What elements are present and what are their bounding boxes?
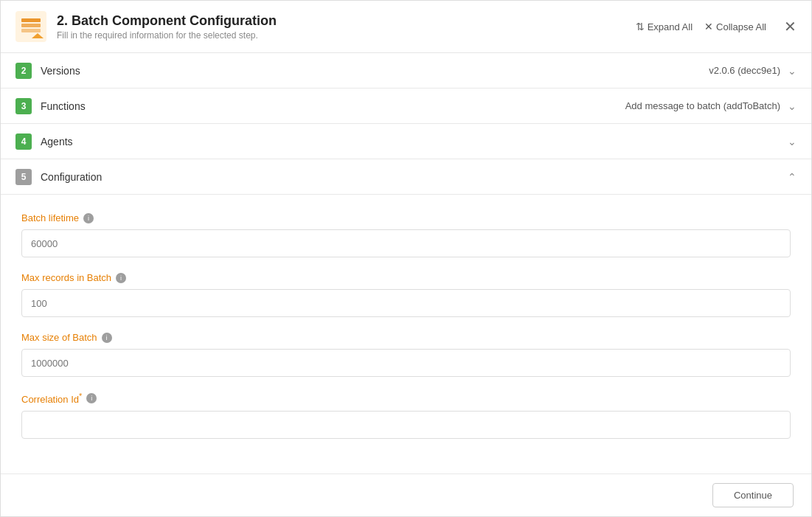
header-actions: ⇅ Expand All ✕ Collapse All ✕ xyxy=(636,19,797,34)
field-label-correlation-id: Correlation Id* i xyxy=(21,392,791,405)
modal-header: 2. Batch Component Configuration Fill in… xyxy=(1,1,811,53)
header-text-group: 2. Batch Component Configuration Fill in… xyxy=(57,13,636,41)
svg-rect-3 xyxy=(21,29,41,32)
section-label-versions: Versions xyxy=(41,65,709,77)
header-icon xyxy=(15,11,46,42)
badge-functions: 3 xyxy=(15,98,32,114)
configuration-panel: Batch lifetime i Max records in Batch i … xyxy=(1,195,811,465)
field-group-correlation-id: Correlation Id* i xyxy=(21,392,791,439)
badge-configuration: 5 xyxy=(15,169,32,185)
correlation-id-input[interactable] xyxy=(21,411,791,439)
collapse-all-button[interactable]: ✕ Collapse All xyxy=(704,21,766,32)
section-label-configuration: Configuration xyxy=(41,171,780,183)
batch-lifetime-label: Batch lifetime xyxy=(21,212,79,223)
section-value-versions: v2.0.6 (decc9e1) xyxy=(709,65,780,76)
section-label-functions: Functions xyxy=(41,100,625,112)
section-row-functions[interactable]: 3 Functions Add message to batch (addToB… xyxy=(1,89,811,124)
chevron-versions: ⌄ xyxy=(788,65,797,77)
svg-rect-2 xyxy=(21,24,41,27)
field-label-max-records: Max records in Batch i xyxy=(21,272,791,283)
max-size-input[interactable] xyxy=(21,349,791,377)
modal-footer: Continue xyxy=(1,473,811,516)
chevron-functions: ⌄ xyxy=(788,100,797,112)
modal-container: 2. Batch Component Configuration Fill in… xyxy=(0,0,812,517)
max-records-label: Max records in Batch xyxy=(21,272,111,283)
field-group-max-records: Max records in Batch i xyxy=(21,272,791,317)
field-label-batch-lifetime: Batch lifetime i xyxy=(21,212,791,223)
correlation-id-info-icon[interactable]: i xyxy=(86,393,97,403)
field-group-max-size: Max size of Batch i xyxy=(21,332,791,377)
badge-agents: 4 xyxy=(15,133,32,150)
badge-versions: 2 xyxy=(15,63,32,79)
section-row-configuration[interactable]: 5 Configuration ⌃ xyxy=(1,159,811,195)
svg-rect-1 xyxy=(21,18,41,22)
batch-lifetime-input[interactable] xyxy=(21,229,791,257)
field-label-max-size: Max size of Batch i xyxy=(21,332,791,343)
max-records-input[interactable] xyxy=(21,289,791,317)
continue-button[interactable]: Continue xyxy=(712,483,794,507)
section-row-agents[interactable]: 4 Agents ⌄ xyxy=(1,124,811,159)
max-size-label: Max size of Batch xyxy=(21,332,97,343)
expand-all-button[interactable]: ⇅ Expand All xyxy=(636,21,693,32)
chevron-agents: ⌄ xyxy=(788,136,797,148)
section-label-agents: Agents xyxy=(41,136,780,148)
chevron-configuration: ⌃ xyxy=(788,171,797,183)
batch-lifetime-info-icon[interactable]: i xyxy=(83,213,94,223)
correlation-id-label: Correlation Id* xyxy=(21,392,82,405)
collapse-all-icon: ✕ xyxy=(704,21,713,32)
expand-all-icon: ⇅ xyxy=(636,21,645,32)
modal-subtitle: Fill in the required information for the… xyxy=(57,30,636,41)
max-size-info-icon[interactable]: i xyxy=(102,333,112,343)
modal-title: 2. Batch Component Configuration xyxy=(57,13,636,29)
collapse-all-label: Collapse All xyxy=(716,21,766,32)
section-row-versions[interactable]: 2 Versions v2.0.6 (decc9e1) ⌄ xyxy=(1,53,811,89)
field-group-batch-lifetime: Batch lifetime i xyxy=(21,212,791,257)
section-value-functions: Add message to batch (addToBatch) xyxy=(625,100,780,111)
max-records-info-icon[interactable]: i xyxy=(116,273,126,283)
expand-all-label: Expand All xyxy=(648,21,693,32)
modal-content: 2 Versions v2.0.6 (decc9e1) ⌄ 3 Function… xyxy=(1,53,811,473)
close-button[interactable]: ✕ xyxy=(784,19,797,34)
